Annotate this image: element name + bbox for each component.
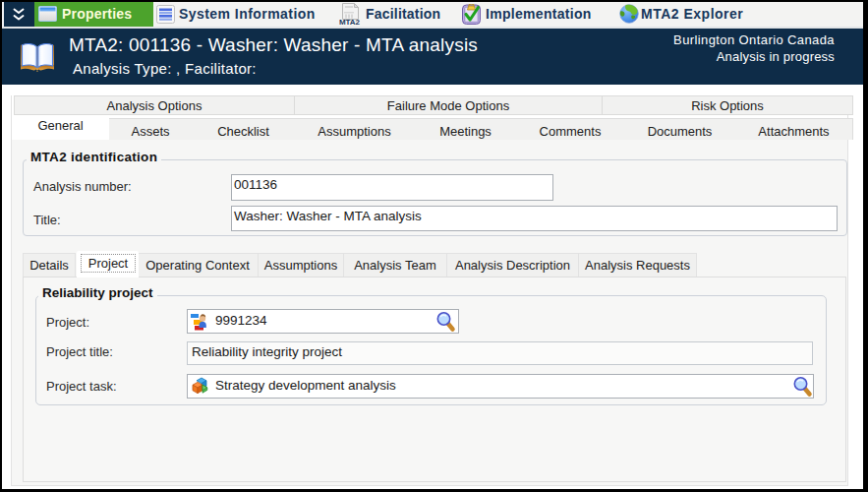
svg-text:MTA2: MTA2 — [339, 18, 361, 26]
